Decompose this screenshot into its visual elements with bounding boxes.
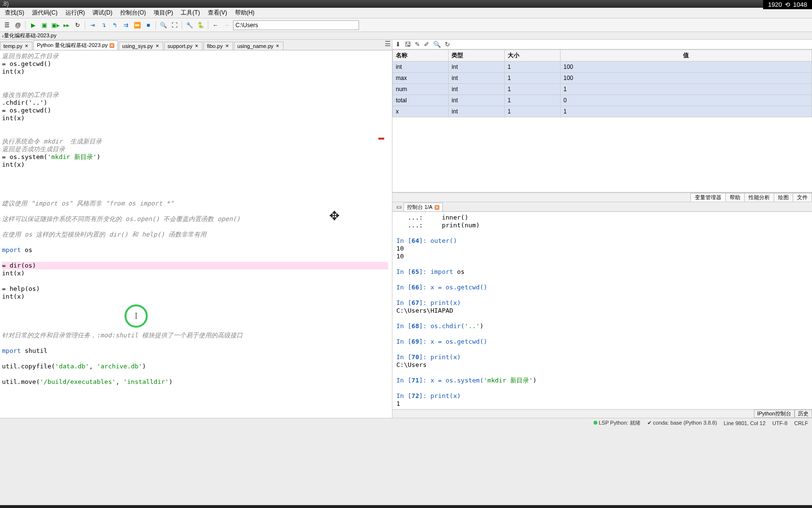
rerun-icon[interactable]: ↻ xyxy=(73,20,82,30)
table-row[interactable]: intint1100 xyxy=(393,62,812,73)
variable-table[interactable]: 名称 类型 大小 值 intint1100 maxint1100 numint1… xyxy=(392,49,812,117)
ipython-console[interactable]: ...: inner() ...: print(num) In [64]: ou… xyxy=(392,212,812,409)
menubar: 查找(S) 源代码(C) 运行(R) 调试(D) 控制台(O) 项目(P) 工具… xyxy=(0,8,812,18)
menu-tools[interactable]: 工具(T) xyxy=(178,8,203,18)
close-icon[interactable]: ✕ xyxy=(225,44,230,48)
back-icon[interactable]: ← xyxy=(211,20,220,30)
lsp-status: LSP Python: 就绪 xyxy=(593,419,640,427)
debug-file-icon[interactable]: 🔍 xyxy=(158,20,168,30)
stop-icon[interactable]: ■ xyxy=(143,20,153,30)
tab-profiler[interactable]: 性能分析 xyxy=(744,193,774,202)
close-icon[interactable]: ✕ xyxy=(155,44,160,48)
run-selection-icon[interactable]: ▸▸ xyxy=(62,20,71,30)
continue-icon[interactable]: ⇉ xyxy=(121,20,131,30)
console-bottom-tabs: IPython控制台 历史 xyxy=(392,409,812,418)
tab-ipython[interactable]: IPython控制台 xyxy=(754,410,795,418)
col-type[interactable]: 类型 xyxy=(449,50,504,62)
tab-files[interactable]: 文件 xyxy=(793,193,812,202)
editor-pane: temp.py✕ Python 量化编程基础-2023.py✕ using_sy… xyxy=(0,40,392,418)
table-row[interactable]: totalint10 xyxy=(393,95,812,106)
menu-debug[interactable]: 调试(D) xyxy=(90,8,115,18)
menu-find[interactable]: 查找(S) xyxy=(2,8,27,18)
import-icon[interactable]: ⬇ xyxy=(395,41,401,48)
step-out-icon[interactable]: ↰ xyxy=(110,20,120,30)
tab-plots[interactable]: 绘图 xyxy=(774,193,793,202)
tab-help[interactable]: 帮助 xyxy=(725,193,745,202)
line-ending[interactable]: CRLF xyxy=(794,420,808,426)
cursor-highlight: I xyxy=(125,304,148,328)
tab-using-name[interactable]: using_name.py✕ xyxy=(234,42,284,50)
statusbar: LSP Python: 就绪 ✔ conda: base (Python 3.8… xyxy=(0,418,812,428)
table-row[interactable]: xint11 xyxy=(393,106,812,117)
col-size[interactable]: 大小 xyxy=(504,50,560,62)
run-icon[interactable]: ▶ xyxy=(28,20,38,30)
menu-source[interactable]: 源代码(C) xyxy=(29,8,61,18)
console-tab-1[interactable]: 控制台 1/A ✕ xyxy=(404,203,443,211)
encoding[interactable]: UTF-8 xyxy=(772,420,787,426)
step-into-icon[interactable]: ↴ xyxy=(99,20,109,30)
console-options-icon[interactable]: ▭ xyxy=(394,203,404,211)
minimap-marker xyxy=(378,138,384,140)
refresh-icon[interactable]: ↻ xyxy=(445,41,450,48)
col-value[interactable]: 值 xyxy=(561,50,812,62)
editor-tabs: temp.py✕ Python 量化编程基础-2023.py✕ using_sy… xyxy=(0,40,392,50)
menu-view[interactable]: 查看(V) xyxy=(205,8,230,18)
table-row[interactable]: numint11 xyxy=(393,84,812,95)
wrench-icon[interactable]: 🔧 xyxy=(185,20,194,30)
console-tabs: ▭ 控制台 1/A ✕ xyxy=(392,202,812,212)
right-panel-tabs: 变量管理器 帮助 性能分析 绘图 文件 xyxy=(392,192,812,202)
working-dir-input[interactable] xyxy=(233,20,359,30)
table-row[interactable]: maxint1100 xyxy=(393,73,812,84)
breadcrumb: › 量化编程基础-2023.py xyxy=(0,32,812,40)
move-cursor-icon: ✥ xyxy=(329,210,339,218)
titlebar: .8) xyxy=(0,0,812,8)
tab-temp[interactable]: temp.py✕ xyxy=(0,42,32,50)
filter-icon[interactable]: ✐ xyxy=(424,41,429,48)
tab-variables[interactable]: 变量管理器 xyxy=(690,193,726,202)
step-over-icon[interactable]: ⇥ xyxy=(88,20,97,30)
run-cell-icon[interactable]: ▣ xyxy=(39,20,49,30)
taskbar xyxy=(0,505,812,508)
variable-toolbar: ⬇ 🖫 ✎ ✐ 🔍 ↻ xyxy=(392,40,812,49)
menu-help[interactable]: 帮助(H) xyxy=(232,8,258,18)
col-name[interactable]: 名称 xyxy=(393,50,449,62)
close-icon[interactable]: ✕ xyxy=(275,44,280,48)
tab-fibo[interactable]: fibo.py✕ xyxy=(203,42,233,50)
menu-project[interactable]: 项目(P) xyxy=(151,8,176,18)
tab-support[interactable]: support.py✕ xyxy=(164,42,203,50)
tabs-menu-icon[interactable]: ☰ xyxy=(385,40,391,48)
menu-run[interactable]: 运行(R) xyxy=(62,8,88,18)
close-icon[interactable]: ✕ xyxy=(194,44,199,48)
list-icon[interactable]: ☰ xyxy=(2,20,12,30)
dimensions-badge: 1920⟲1048 xyxy=(763,0,812,9)
tab-using-sys[interactable]: using_sys.py✕ xyxy=(119,42,163,50)
close-icon[interactable]: ✕ xyxy=(24,44,29,48)
at-icon[interactable]: @ xyxy=(13,20,23,30)
forward-icon[interactable]: → xyxy=(222,20,232,30)
code-editor[interactable]: 返回当前的工作目录 = os.getcwd() int(x) 修改当前的工作目录… xyxy=(0,50,392,418)
tab-main[interactable]: Python 量化编程基础-2023.py✕ xyxy=(33,40,118,50)
conda-env[interactable]: ✔ conda: base (Python 3.8.8) xyxy=(647,420,717,426)
edit-icon[interactable]: ✎ xyxy=(415,41,420,48)
tab-history[interactable]: 历史 xyxy=(795,410,812,418)
menu-console[interactable]: 控制台(O) xyxy=(117,8,149,18)
cursor-position: Line 9801, Col 12 xyxy=(724,420,765,426)
close-icon[interactable]: ✕ xyxy=(435,205,439,210)
python-icon[interactable]: 🐍 xyxy=(196,20,205,30)
save-icon[interactable]: 🖫 xyxy=(405,41,411,48)
fast-forward-icon[interactable]: ⏩ xyxy=(132,20,142,30)
search-icon[interactable]: 🔍 xyxy=(433,41,441,48)
right-pane: ⬇ 🖫 ✎ ✐ 🔍 ↻ 名称 类型 大小 值 intint1100 maxint… xyxy=(392,40,812,418)
toolbar: ☰ @ ▶ ▣ ▣▸ ▸▸ ↻ ⇥ ↴ ↰ ⇉ ⏩ ■ 🔍 ⛶ 🔧 🐍 ← → xyxy=(0,18,812,32)
close-icon[interactable]: ✕ xyxy=(109,43,114,48)
run-cell-advance-icon[interactable]: ▣▸ xyxy=(50,20,60,30)
maximize-icon[interactable]: ⛶ xyxy=(170,20,179,30)
